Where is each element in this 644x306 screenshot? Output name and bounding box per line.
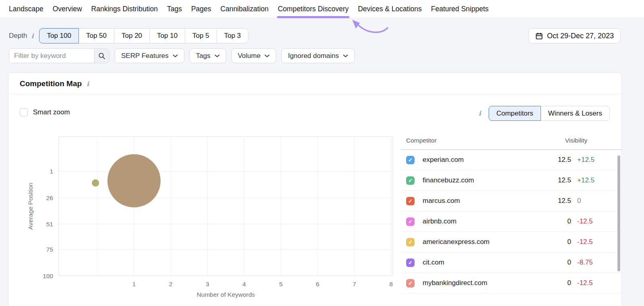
tab-rankings-distribution[interactable]: Rankings Distribution <box>91 0 158 18</box>
chart-bubble[interactable] <box>107 154 161 207</box>
table-row-marcus-com[interactable]: ✓marcus.com12.50 <box>401 191 622 211</box>
competitor-domain: marcus.com <box>423 197 543 205</box>
visibility-change: 0 <box>577 197 609 205</box>
plot-area <box>59 136 393 276</box>
calendar-icon <box>535 32 543 40</box>
visibility-change: +12.5 <box>577 156 609 164</box>
competition-map-card: Competition Map i Smart zoom i Competito… <box>8 72 622 306</box>
depth-option-top-10[interactable]: Top 10 <box>149 28 185 43</box>
column-header-competitor: Competitor <box>406 137 543 149</box>
visibility-value: 0 <box>543 238 571 246</box>
x-tick-label: 4 <box>242 281 246 287</box>
search-button[interactable] <box>94 49 109 63</box>
smart-zoom-checkbox[interactable] <box>20 108 28 116</box>
depth-info-icon[interactable]: i <box>31 32 33 40</box>
table-row-experian-com[interactable]: ✓experian.com12.5+12.5 <box>401 150 622 170</box>
competitor-checkbox[interactable]: ✓ <box>406 258 415 267</box>
x-axis-title: Number of Keywords <box>197 291 255 298</box>
competitor-domain: americanexpress.com <box>423 238 543 246</box>
tab-featured-snippets[interactable]: Featured Snippets <box>431 0 489 18</box>
dropdown-volume[interactable]: Volume <box>231 48 277 63</box>
depth-label: Depth <box>9 32 27 40</box>
table-row-americanexpress-com[interactable]: ✓americanexpress.com0-12.5 <box>401 232 622 252</box>
table-header: Competitor Visibility <box>401 133 622 150</box>
top-nav: LandscapeOverviewRankings DistributionTa… <box>0 0 644 19</box>
chevron-down-icon <box>173 54 178 58</box>
y-tick-label: 1 <box>50 168 53 175</box>
date-range-label: Oct 29-Dec 27, 2023 <box>547 32 614 40</box>
view-toggle: CompetitorsWinners & Losers <box>489 106 610 121</box>
table-row-financebuzz-com[interactable]: ✓financebuzz.com12.5+12.5 <box>401 170 622 191</box>
depth-option-top-20[interactable]: Top 20 <box>114 28 150 43</box>
competitor-checkbox[interactable]: ✓ <box>406 156 415 164</box>
table-body: ✓experian.com12.5+12.5✓financebuzz.com12… <box>401 150 622 294</box>
chevron-down-icon <box>215 54 220 58</box>
competitor-domain: mybankingdirect.com <box>423 279 543 287</box>
competitor-checkbox[interactable]: ✓ <box>406 217 415 226</box>
keyword-filter-input[interactable] <box>9 49 94 63</box>
table-row-cit-com[interactable]: ✓cit.com0-8.75 <box>401 252 622 273</box>
card-title: Competition Map <box>20 79 82 88</box>
x-tick-label: 7 <box>353 281 356 287</box>
dropdown-serp-features[interactable]: SERP Features <box>115 48 184 63</box>
dropdown-label: Ignored domains <box>288 52 339 60</box>
x-tick-label: 2 <box>169 281 173 287</box>
dropdown-tags[interactable]: Tags <box>190 48 226 63</box>
visibility-value: 0 <box>543 217 571 225</box>
y-tick-label: 51 <box>46 221 53 227</box>
bubble-chart-svg: 126517510012345678Number of KeywordsAver… <box>25 133 403 298</box>
competitor-checkbox[interactable]: ✓ <box>406 176 415 185</box>
dropdown-label: Volume <box>238 52 261 60</box>
chart-bubble[interactable] <box>92 179 99 186</box>
competitor-domain: airbnb.com <box>423 217 543 225</box>
visibility-change: -12.5 <box>577 238 609 246</box>
date-range-button[interactable]: Oct 29-Dec 27, 2023 <box>528 28 621 43</box>
tab-pages[interactable]: Pages <box>191 0 211 18</box>
competitor-checkbox[interactable]: ✓ <box>406 238 415 246</box>
table-row-airbnb-com[interactable]: ✓airbnb.com0-12.5 <box>401 211 622 232</box>
view-toggle-wrap: i CompetitorsWinners & Losers <box>479 106 610 121</box>
tab-tags[interactable]: Tags <box>167 0 182 18</box>
competition-map-chart: 126517510012345678Number of KeywordsAver… <box>25 133 403 300</box>
visibility-value: 0 <box>543 258 571 267</box>
x-tick-label: 8 <box>389 281 393 287</box>
x-tick-label: 1 <box>132 281 136 287</box>
competitor-domain: financebuzz.com <box>423 176 543 184</box>
tab-overview[interactable]: Overview <box>53 0 82 18</box>
y-tick-label: 26 <box>46 194 53 201</box>
dropdown-label: SERP Features <box>121 52 169 60</box>
x-tick-label: 5 <box>279 281 283 287</box>
view-toggle-competitors[interactable]: Competitors <box>489 106 541 121</box>
visibility-change: -8.75 <box>577 258 609 267</box>
smart-zoom-toggle[interactable]: Smart zoom <box>20 108 70 116</box>
tab-landscape[interactable]: Landscape <box>9 0 43 18</box>
filter-dropdowns: SERP FeaturesTagsVolumeIgnored domains <box>115 48 355 63</box>
tab-cannibalization[interactable]: Cannibalization <box>221 0 269 18</box>
search-icon <box>98 52 105 60</box>
competitor-domain: cit.com <box>423 258 543 267</box>
depth-toolbar: Depth i Top 100Top 50Top 20Top 10Top 5To… <box>9 28 621 43</box>
visibility-value: 12.5 <box>543 156 571 164</box>
column-header-visibility: Visibility <box>543 137 609 149</box>
depth-option-top-50[interactable]: Top 50 <box>78 28 114 43</box>
card-title-info-icon[interactable]: i <box>87 80 89 88</box>
visibility-change: -12.5 <box>577 217 609 225</box>
smart-zoom-label: Smart zoom <box>33 108 70 116</box>
depth-option-top-100[interactable]: Top 100 <box>39 28 79 43</box>
tab-devices-locations[interactable]: Devices & Locations <box>358 0 422 18</box>
table-row-mybankingdirect-com[interactable]: ✓mybankingdirect.com0-12.5 <box>401 273 622 294</box>
view-toggle-info-icon[interactable]: i <box>479 110 481 117</box>
dropdown-ignored-domains[interactable]: Ignored domains <box>281 48 355 63</box>
depth-option-top-3[interactable]: Top 3 <box>217 28 249 43</box>
filter-toolbar: SERP FeaturesTagsVolumeIgnored domains <box>9 48 355 63</box>
depth-segmented-control: Top 100Top 50Top 20Top 10Top 5Top 3 <box>39 28 248 43</box>
tab-competitors-discovery[interactable]: Competitors Discovery <box>278 0 349 18</box>
x-tick-label: 6 <box>316 281 320 287</box>
competitor-checkbox[interactable]: ✓ <box>406 197 415 205</box>
chevron-down-icon <box>343 54 348 58</box>
depth-option-top-5[interactable]: Top 5 <box>185 28 217 43</box>
competitor-checkbox[interactable]: ✓ <box>406 279 415 287</box>
competitors-table: Competitor Visibility ✓experian.com12.5+… <box>401 133 622 294</box>
table-scrollbar[interactable] <box>617 155 620 271</box>
view-toggle-winners-losers[interactable]: Winners & Losers <box>541 106 610 121</box>
